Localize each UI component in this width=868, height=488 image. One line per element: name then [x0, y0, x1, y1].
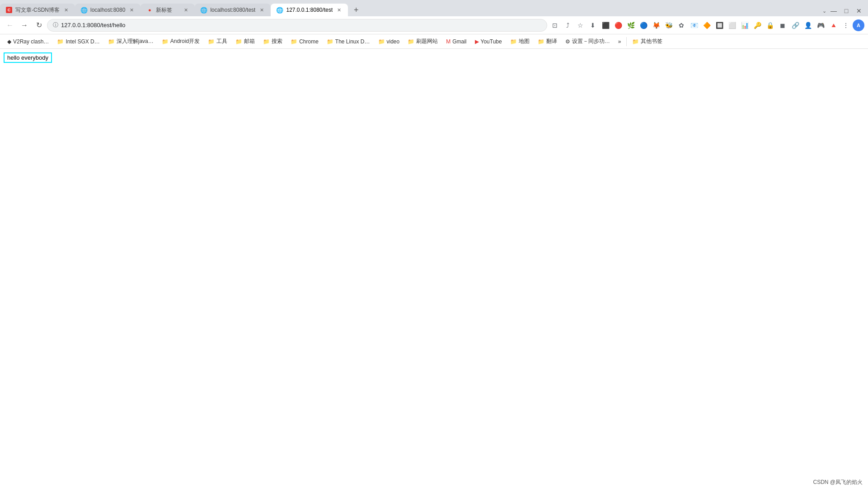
- maximize-button[interactable]: □: [841, 5, 852, 16]
- bookmark-email[interactable]: 📁 邮箱: [232, 36, 258, 47]
- bookmark-intel[interactable]: 📁 Intel SGX D…: [53, 36, 103, 47]
- download-icon[interactable]: ⬇: [587, 19, 599, 31]
- bookmark-maps[interactable]: 📁 地图: [507, 36, 533, 47]
- ext10-icon[interactable]: 🔲: [713, 19, 725, 31]
- ext15-icon[interactable]: ◼: [777, 19, 788, 31]
- bookmark-android-icon: 📁: [162, 38, 169, 45]
- ext13-icon[interactable]: 🔑: [751, 19, 763, 31]
- bookmark-others[interactable]: 📁 其他书签: [629, 36, 666, 47]
- ext4-icon[interactable]: 🔵: [638, 19, 649, 31]
- ext18-icon[interactable]: 🎮: [815, 19, 826, 31]
- tab-title-localhost-test: localhost:8080/test: [210, 7, 255, 13]
- bookmark-java[interactable]: 📁 深入理解java…: [104, 36, 157, 47]
- bookmark-leetcode-label: 刷题网站: [416, 38, 438, 45]
- star-icon[interactable]: ☆: [574, 19, 586, 31]
- minimize-button[interactable]: —: [828, 5, 839, 16]
- tab-close-newtab[interactable]: ✕: [182, 6, 189, 14]
- tab-favicon-localhost-test: 🌐: [200, 6, 207, 14]
- tab-favicon-new: ●: [146, 6, 153, 14]
- ext1-icon[interactable]: ⬛: [600, 19, 611, 31]
- bookmark-leetcode-icon: 📁: [408, 38, 414, 45]
- tab-search-button[interactable]: ⌄: [822, 8, 826, 14]
- tab-close-csdn[interactable]: ✕: [62, 6, 70, 14]
- more-icon[interactable]: ⋮: [840, 19, 852, 31]
- ext6-icon[interactable]: 🐝: [663, 19, 675, 31]
- bookmark-v2ray[interactable]: ◆ V2Ray clash…: [4, 36, 52, 47]
- bookmark-separator: [626, 37, 627, 46]
- bookmark-android-label: Android开发: [170, 38, 200, 45]
- ext8-icon[interactable]: 📧: [688, 19, 700, 31]
- lock-icon: ⓘ: [53, 21, 58, 29]
- ext2-icon[interactable]: 🔴: [612, 19, 624, 31]
- bookmark-search-icon: 📁: [263, 38, 270, 45]
- tab-close-localhost-test[interactable]: ✕: [258, 6, 265, 14]
- bookmark-tools-label: 工具: [216, 38, 227, 45]
- tab-close-localhost8080[interactable]: ✕: [128, 6, 135, 14]
- new-tab-button[interactable]: +: [350, 4, 362, 16]
- tab-title-csdn: 写文章-CSDN博客: [15, 6, 60, 14]
- bookmark-chrome-label: Chrome: [299, 38, 319, 45]
- tab-favicon-local: 🌐: [80, 6, 88, 14]
- tab-favicon-csdn: C: [5, 6, 13, 14]
- ext17-icon[interactable]: 👤: [802, 19, 814, 31]
- profile-avatar[interactable]: A: [853, 19, 864, 31]
- back-button[interactable]: ←: [4, 19, 16, 32]
- close-button[interactable]: ✕: [854, 5, 864, 16]
- tab-end: ⌄ — □ ✕: [362, 5, 868, 16]
- tab-csdn[interactable]: C 写文章-CSDN博客 ✕: [0, 4, 75, 16]
- bookmark-translate[interactable]: 📁 翻译: [534, 36, 561, 47]
- share-icon[interactable]: ⤴: [562, 19, 573, 31]
- bookmark-video[interactable]: 📁 video: [375, 36, 404, 47]
- bookmark-search[interactable]: 📁 搜索: [259, 36, 286, 47]
- ext3-icon[interactable]: 🌿: [625, 19, 637, 31]
- bookmark-maps-icon: 📁: [510, 38, 517, 45]
- tab-close-127-test[interactable]: ✕: [335, 6, 343, 14]
- address-text: 127.0.0.1:8080/test/hello: [61, 22, 541, 28]
- tab-localhost8080[interactable]: 🌐 localhost:8080 ✕: [75, 4, 141, 16]
- bookmark-gmail-label: Gmail: [452, 38, 466, 45]
- address-bar[interactable]: ⓘ 127.0.0.1:8080/test/hello: [47, 19, 547, 32]
- ext14-icon[interactable]: 🔒: [764, 19, 776, 31]
- bookmark-email-icon: 📁: [235, 38, 242, 45]
- page-content: hello everybody: [0, 49, 868, 488]
- bookmark-v2ray-label: V2Ray clash…: [13, 38, 49, 45]
- bookmark-leetcode[interactable]: 📁 刷题网站: [404, 36, 441, 47]
- ext19-icon[interactable]: 🔺: [827, 19, 839, 31]
- ext11-icon[interactable]: ⬜: [726, 19, 738, 31]
- ext16-icon[interactable]: 🔗: [789, 19, 801, 31]
- bookmark-tools[interactable]: 📁 工具: [204, 36, 231, 47]
- bookmark-email-label: 邮箱: [244, 38, 255, 45]
- tab-127-test[interactable]: 🌐 127.0.0.1:8080/test ✕: [271, 4, 348, 16]
- tab-newtab[interactable]: ● 新标签 ✕: [141, 4, 195, 16]
- bookmark-gmail[interactable]: M Gmail: [442, 36, 470, 47]
- bookmark-intel-icon: 📁: [57, 38, 64, 45]
- ext7-icon[interactable]: ✿: [676, 19, 687, 31]
- bookmark-youtube-label: YouTube: [481, 38, 502, 45]
- cast-icon[interactable]: ⊡: [549, 19, 561, 31]
- bookmark-youtube-icon: ▶: [475, 38, 479, 45]
- tab-title-localhost8080: localhost:8080: [90, 7, 125, 13]
- ext5-icon[interactable]: 🦊: [650, 19, 662, 31]
- bookmark-linux[interactable]: 📁 The Linux D…: [323, 36, 374, 47]
- bookmark-youtube[interactable]: ▶ YouTube: [471, 36, 506, 47]
- bookmark-settings[interactable]: ⚙ 设置－同步功…: [562, 36, 614, 47]
- bookmark-gmail-icon: M: [446, 38, 450, 45]
- ext9-icon[interactable]: 🔶: [701, 19, 713, 31]
- ext12-icon[interactable]: 📊: [739, 19, 751, 31]
- nav-bar: ← → ↻ ⓘ 127.0.0.1:8080/test/hello ⊡ ⤴ ☆ …: [0, 16, 868, 34]
- bookmarks-bar: ◆ V2Ray clash… 📁 Intel SGX D… 📁 深入理解java…: [0, 34, 868, 49]
- tab-favicon-127-test: 🌐: [276, 6, 283, 14]
- bookmark-more-btn[interactable]: »: [615, 36, 625, 47]
- tab-localhost-test[interactable]: 🌐 localhost:8080/test ✕: [195, 4, 271, 16]
- reload-button[interactable]: ↻: [33, 19, 45, 32]
- hello-text: hello everybody: [4, 52, 52, 63]
- tab-title-127-test: 127.0.0.1:8080/test: [286, 7, 333, 13]
- bookmark-video-label: video: [387, 38, 400, 45]
- bookmark-android[interactable]: 📁 Android开发: [158, 36, 203, 47]
- bookmark-video-icon: 📁: [378, 38, 385, 45]
- bookmark-others-label: 其他书签: [641, 38, 662, 45]
- bookmark-maps-label: 地图: [519, 38, 530, 45]
- bookmark-intel-label: Intel SGX D…: [66, 38, 99, 45]
- bookmark-chrome[interactable]: 📁 Chrome: [287, 36, 322, 47]
- forward-button[interactable]: →: [18, 19, 31, 32]
